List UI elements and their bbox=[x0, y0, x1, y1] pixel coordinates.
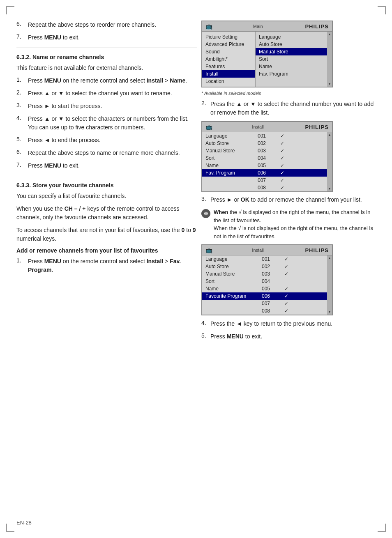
scroll-up-arrow3: ▲ bbox=[328, 256, 331, 260]
install-row-name-num: 005 bbox=[247, 162, 276, 169]
632-step4: 4. Press ▲ or ▼ to select the characters… bbox=[16, 115, 197, 132]
right-step3: 3. Press ► or OK to add or remove the ch… bbox=[201, 195, 378, 204]
install-row-fav-label: Fav. Program bbox=[202, 169, 247, 177]
632-step3: 3. Press ► to start the process. bbox=[16, 102, 197, 110]
scroll-down-arrow: ▼ bbox=[328, 82, 331, 86]
menu-item-features: Features bbox=[202, 63, 255, 70]
step-num: 7. bbox=[16, 161, 28, 170]
install-row-fav-num: 006 bbox=[247, 169, 276, 177]
632-step6: 6. Repeat the above steps to name or ren… bbox=[16, 149, 197, 157]
philips-logo2: PHILIPS bbox=[305, 124, 329, 130]
m3-row-language-label: Language bbox=[202, 255, 251, 263]
tv-icon: 📺 bbox=[205, 23, 212, 30]
633-step1: 1. Press MENU on the remote control and … bbox=[16, 257, 197, 274]
step-text: Repeat the above steps to name or rename… bbox=[28, 149, 180, 157]
menu-right-panel: Language Auto Store Manual Store Sort Na… bbox=[256, 32, 327, 87]
step-num: 1. bbox=[16, 257, 28, 274]
menu-item-picture-setting: Picture Setting bbox=[202, 33, 255, 41]
corner-bl bbox=[6, 524, 14, 532]
step-num: 3. bbox=[16, 102, 28, 110]
right-item-sort: Sort bbox=[256, 55, 327, 63]
corner-br bbox=[378, 524, 386, 532]
step-num: 4. bbox=[16, 115, 28, 132]
632-step2: 2. Press ▲ or ▼ to select the channel yo… bbox=[16, 89, 197, 98]
m3-row-008-check: ✓ bbox=[280, 307, 293, 315]
m3-row-manual-store-check: ✓ bbox=[280, 270, 293, 278]
menu-item-ambilight: Ambilight* bbox=[202, 55, 255, 63]
philips-logo3: PHILIPS bbox=[305, 247, 329, 253]
section-633-para2: When you use the CH – / + keys of the re… bbox=[16, 205, 197, 222]
m3-row-sort-num: 004 bbox=[251, 278, 280, 285]
right-step2: 2. Press the ▲ or ▼ to select the channe… bbox=[201, 100, 378, 117]
philips-logo: PHILIPS bbox=[305, 23, 329, 30]
corner-tr bbox=[378, 6, 386, 14]
install-row-auto-store-label: Auto Store bbox=[202, 140, 247, 147]
m3-row-language-num: 001 bbox=[251, 255, 280, 263]
tv-menu-header3: 📺 Install PHILIPS bbox=[202, 245, 332, 255]
section-633-heading: 6.3.3. Store your favourite channels bbox=[16, 182, 197, 189]
reorder-step6: 6. Repeat the above steps to reorder mor… bbox=[16, 21, 197, 29]
reorder-step7: 7. Press MENU to exit. bbox=[16, 33, 197, 42]
m3-row-auto-store-label: Auto Store bbox=[202, 263, 251, 270]
note-box: ⊜ When the √ is displayed on the right o… bbox=[201, 208, 378, 240]
step-num: 6. bbox=[16, 21, 28, 29]
m3-row-fav-label: Favourite Program bbox=[202, 292, 251, 300]
install-row-auto-store-check: ✓ bbox=[276, 140, 288, 147]
scrollbar2: ▲ ▼ bbox=[327, 132, 332, 191]
install-row-007-check: ✓ bbox=[276, 177, 288, 184]
menu-left-panel: Picture Setting Advanced Picture Sound A… bbox=[202, 32, 256, 87]
step-num: 1. bbox=[16, 76, 28, 85]
install-row-008-num: 008 bbox=[247, 184, 276, 191]
tv-menu-install-2: 📺 Install PHILIPS Language 001 ✓ Auto St… bbox=[201, 244, 333, 315]
note-icon: ⊜ bbox=[201, 209, 210, 218]
section-divider bbox=[16, 48, 197, 48]
install-row-manual-store-num: 003 bbox=[247, 147, 276, 154]
menu-item-install: Install bbox=[202, 70, 255, 78]
right-item-name: Name bbox=[256, 63, 327, 70]
m3-row-007-label bbox=[202, 303, 251, 304]
step-text: Press ▲ or ▼ to select the channel you w… bbox=[28, 89, 172, 98]
page-number: EN-28 bbox=[16, 520, 32, 526]
menu-title: Main bbox=[253, 24, 263, 29]
right-step4: 4. Press the ◄ key to return to the prev… bbox=[201, 320, 378, 328]
tv-menu-header: 📺 Main PHILIPS bbox=[202, 21, 332, 32]
632-step1: 1. Press MENU on the remote control and … bbox=[16, 76, 197, 85]
install-row-007-num: 007 bbox=[247, 177, 276, 184]
scrollbar1: ▲ ▼ bbox=[327, 32, 332, 87]
section-divider2 bbox=[16, 176, 197, 176]
section-633-para3: To access channels that are not in your … bbox=[16, 226, 197, 243]
m3-row-manual-store-num: 003 bbox=[251, 270, 280, 278]
m3-row-name-check: ✓ bbox=[280, 285, 293, 292]
632-step7: 7. Press MENU to exit. bbox=[16, 161, 197, 170]
right-item-manual-store: Manual Store bbox=[256, 48, 327, 55]
step-text: Press MENU to exit. bbox=[210, 332, 262, 341]
tv-icon2: 📺 bbox=[205, 124, 212, 130]
m3-row-name-label: Name bbox=[202, 285, 251, 292]
m3-row-007-check: ✓ bbox=[280, 300, 293, 307]
step-text: Press ► to start the process. bbox=[28, 102, 102, 110]
install-row-007-label bbox=[202, 179, 247, 181]
step-num: 5. bbox=[16, 136, 28, 145]
632-step5: 5. Press ◄ to end the process. bbox=[16, 136, 197, 145]
scrollbar3: ▲ ▼ bbox=[327, 255, 332, 315]
install-row-sort-check: ✓ bbox=[276, 154, 288, 162]
tv-menu-install-1: 📺 Install PHILIPS Language 001 ✓ Auto St… bbox=[201, 121, 333, 192]
tv-menu-main: 📺 Main PHILIPS Picture Setting Advanced … bbox=[201, 21, 333, 87]
m3-row-008-label bbox=[202, 310, 251, 312]
corner-tl bbox=[6, 6, 14, 14]
install-row-name-label: Name bbox=[202, 162, 247, 169]
m3-row-sort-check bbox=[280, 280, 293, 282]
install-row-008-label bbox=[202, 187, 247, 189]
m3-row-fav-check: ✓ bbox=[280, 292, 293, 300]
install-row-sort-num: 004 bbox=[247, 154, 276, 162]
right-item-language: Language bbox=[256, 33, 327, 41]
m3-row-name-num: 005 bbox=[251, 285, 280, 292]
m3-row-auto-store-num: 002 bbox=[251, 263, 280, 270]
m3-row-fav-num: 006 bbox=[251, 292, 280, 300]
install-row-language-label: Language bbox=[202, 132, 247, 140]
step-text: Press ► or OK to add or remove the chann… bbox=[210, 195, 362, 204]
section-633-para1: You can specify a list of favourite chan… bbox=[16, 192, 197, 200]
m3-row-manual-store-label: Manual Store bbox=[202, 270, 251, 278]
m3-row-008-num: 008 bbox=[251, 307, 280, 315]
step-num: 2. bbox=[201, 100, 210, 117]
